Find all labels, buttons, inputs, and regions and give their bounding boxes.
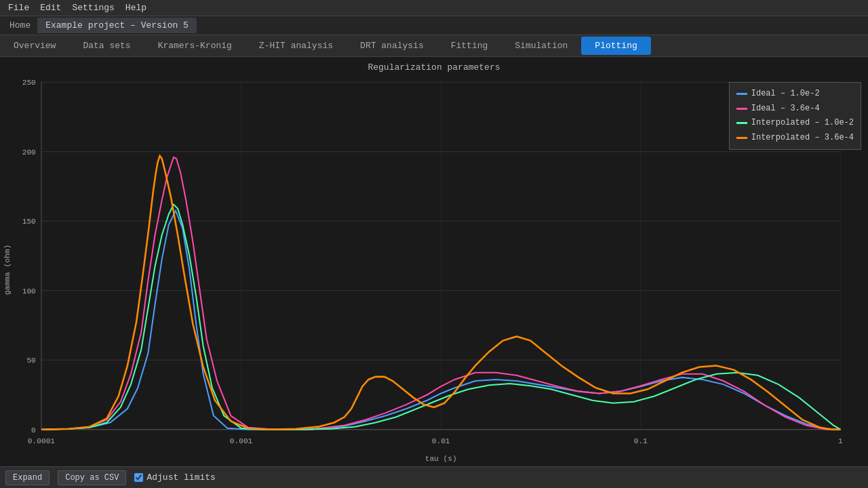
menu-edit[interactable]: Edit [35, 1, 66, 14]
legend-label-interp-3p6e4: Interpolated – 3.6e-4 [751, 131, 854, 146]
legend-label-ideal-1e2: Ideal – 1.0e-2 [751, 87, 820, 102]
chart-wrap: 0 50 100 150 200 250 gamma (ohm) 0.0001 … [0, 75, 868, 464]
svg-text:150: 150 [22, 218, 36, 226]
legend-item-ideal-3p6e4: Ideal – 3.6e-4 [736, 102, 854, 117]
chart-legend: Ideal – 1.0e-2 Ideal – 3.6e-4 Interpolat… [729, 82, 861, 150]
home-tab[interactable]: Home [3, 18, 37, 33]
svg-text:tau (s): tau (s) [425, 455, 457, 463]
menubar: File Edit Settings Help [0, 0, 868, 16]
svg-text:100: 100 [22, 287, 36, 296]
expand-button[interactable]: Expand [5, 470, 50, 485]
svg-text:0.1: 0.1 [634, 437, 648, 445]
navtabs: Overview Data sets Kramers-Kronig Z-HIT … [0, 35, 868, 57]
legend-color-ideal-1e2 [736, 93, 747, 95]
tab-zhit[interactable]: Z-HIT analysis [245, 37, 347, 55]
legend-label-interp-1e2: Interpolated – 1.0e-2 [751, 116, 854, 131]
chart-container: Regularization parameters 0 50 100 150 2… [0, 57, 868, 466]
svg-text:0.0001: 0.0001 [28, 437, 55, 445]
tab-plotting[interactable]: Plotting [581, 37, 650, 55]
project-tab[interactable]: Example project – Version 5 [37, 18, 197, 33]
svg-text:0.01: 0.01 [432, 437, 450, 445]
copy-csv-button[interactable]: Copy as CSV [58, 470, 126, 485]
svg-text:1: 1 [838, 437, 843, 445]
menu-file[interactable]: File [3, 1, 35, 14]
legend-label-ideal-3p6e4: Ideal – 3.6e-4 [751, 102, 820, 117]
adjust-limits-checkbox[interactable] [134, 473, 143, 482]
tab-simulation[interactable]: Simulation [501, 37, 581, 55]
bottombar: Expand Copy as CSV Adjust limits [0, 466, 868, 488]
menu-settings[interactable]: Settings [66, 1, 119, 14]
tab-overview[interactable]: Overview [0, 37, 69, 55]
adjust-limits-wrap[interactable]: Adjust limits [134, 472, 215, 483]
legend-item-interp-1e2: Interpolated – 1.0e-2 [736, 116, 854, 131]
legend-color-ideal-3p6e4 [736, 108, 747, 110]
chart-title: Regularization parameters [0, 57, 868, 75]
tab-fitting[interactable]: Fitting [437, 37, 502, 55]
legend-color-interp-1e2 [736, 122, 747, 124]
adjust-limits-label: Adjust limits [146, 472, 215, 483]
legend-color-interp-3p6e4 [736, 137, 747, 139]
projectbar: Home Example project – Version 5 [0, 16, 868, 35]
tab-datasets[interactable]: Data sets [69, 37, 144, 55]
svg-text:0.001: 0.001 [230, 437, 253, 445]
svg-text:50: 50 [26, 357, 36, 365]
svg-text:gamma (ohm): gamma (ohm) [3, 245, 12, 295]
tab-kramers-kronig[interactable]: Kramers-Kronig [144, 37, 245, 55]
tab-drt[interactable]: DRT analysis [347, 37, 437, 55]
menu-help[interactable]: Help [120, 1, 152, 14]
svg-text:250: 250 [22, 79, 36, 87]
svg-text:0: 0 [31, 426, 36, 434]
svg-text:200: 200 [22, 148, 36, 157]
legend-item-interp-3p6e4: Interpolated – 3.6e-4 [736, 131, 854, 146]
legend-item-ideal-1e2: Ideal – 1.0e-2 [736, 87, 854, 102]
